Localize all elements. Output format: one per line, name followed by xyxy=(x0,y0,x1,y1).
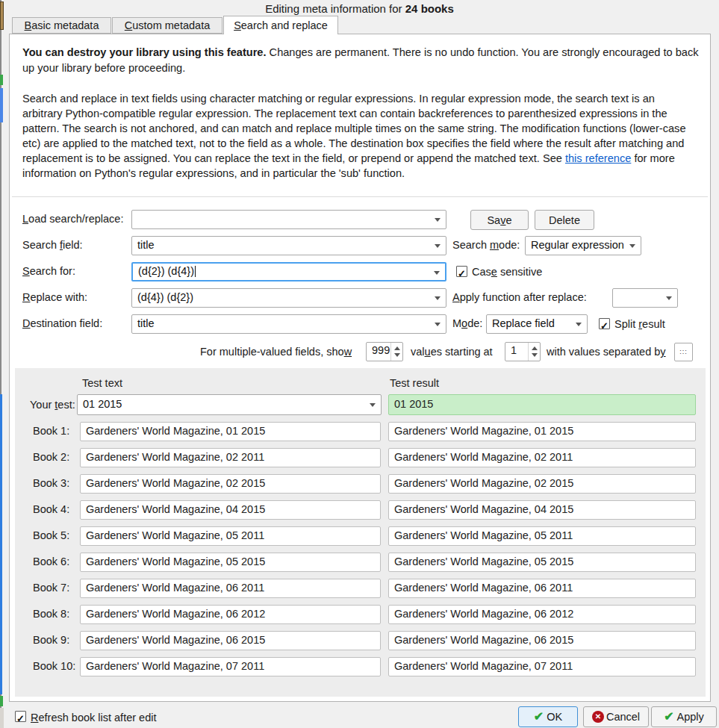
apply-function-combo[interactable] xyxy=(612,288,678,308)
your-test-result-field[interactable]: 01 2015 xyxy=(388,394,696,415)
delete-button[interactable]: Delete xyxy=(535,210,594,230)
form-separator-line xyxy=(12,196,708,197)
search-mode-label: Search mode: xyxy=(452,239,520,251)
cancel-button-label: Cancel xyxy=(606,711,640,723)
apply-button-label: Apply xyxy=(677,711,704,723)
mode-combo[interactable]: Replace field xyxy=(486,314,588,334)
spinner-arrows[interactable] xyxy=(528,343,540,361)
multi-separator-input[interactable]: ::: xyxy=(674,343,693,361)
chevron-down-icon xyxy=(435,296,441,300)
book-label: Book 2: xyxy=(33,451,69,463)
book-test-text-field[interactable]: Gardeners' World Magazine, 06 2012 xyxy=(80,605,381,624)
chevron-down-icon xyxy=(435,244,441,248)
multi-show-value: 999 xyxy=(372,344,390,356)
mode-value: Replace field xyxy=(492,317,555,329)
book-test-text-field[interactable]: Gardeners' World Magazine, 07 2011 xyxy=(80,657,381,676)
split-result-label: Split result xyxy=(614,318,665,330)
check-icon: ✔ xyxy=(664,711,673,723)
apply-button[interactable]: ✔Apply xyxy=(651,706,717,727)
replace-with-label: Replace with: xyxy=(22,291,87,303)
multi-separator-label: with values separated by xyxy=(547,346,666,358)
book-row: Book 10:Gardeners' World Magazine, 07 20… xyxy=(0,657,719,677)
edge-green-mark xyxy=(0,696,3,706)
search-field-combo[interactable]: title xyxy=(131,236,446,255)
case-sensitive-checkbox[interactable] xyxy=(456,266,467,277)
edge-gray-block xyxy=(0,708,4,728)
search-field-value: title xyxy=(137,239,155,251)
book-test-result-field[interactable]: Gardeners' World Magazine, 04 2015 xyxy=(388,500,696,520)
chevron-down-icon xyxy=(434,271,440,275)
split-result-checkbox[interactable] xyxy=(599,318,610,329)
book-test-text-field[interactable]: Gardeners' World Magazine, 01 2015 xyxy=(80,422,381,441)
book-test-result-field[interactable]: Gardeners' World Magazine, 02 2015 xyxy=(388,474,696,494)
book-test-text-field[interactable]: Gardeners' World Magazine, 04 2015 xyxy=(80,500,381,520)
spin-up-icon[interactable] xyxy=(394,346,400,350)
refresh-book-list-checkbox[interactable] xyxy=(15,711,26,722)
search-mode-value: Regular expression xyxy=(531,239,624,251)
book-label: Book 10: xyxy=(33,660,75,672)
cross-circle-icon: ✕ xyxy=(592,711,604,723)
book-test-text-field[interactable]: Gardeners' World Magazine, 06 2011 xyxy=(80,579,381,598)
book-row: Book 2:Gardeners' World Magazine, 02 201… xyxy=(0,448,719,468)
book-test-result-field[interactable]: Gardeners' World Magazine, 06 2015 xyxy=(388,631,696,650)
refresh-book-list-label: Refresh book list after edit xyxy=(31,712,156,724)
book-test-result-field[interactable]: Gardeners' World Magazine, 05 2011 xyxy=(388,526,696,546)
book-test-result-field[interactable]: Gardeners' World Magazine, 06 2011 xyxy=(388,579,696,598)
cancel-button[interactable]: ✕Cancel xyxy=(583,706,649,727)
chevron-down-icon xyxy=(666,296,672,300)
book-test-text-field[interactable]: Gardeners' World Magazine, 06 2015 xyxy=(80,631,381,650)
tab-custom-metadata[interactable]: Custom metadata xyxy=(112,17,222,34)
book-row: Book 9:Gardeners' World Magazine, 06 201… xyxy=(0,631,719,651)
spin-down-icon[interactable] xyxy=(532,353,538,357)
spinner-arrows[interactable] xyxy=(390,343,402,361)
book-test-result-field[interactable]: Gardeners' World Magazine, 05 2015 xyxy=(388,553,696,572)
search-for-label: Search for: xyxy=(22,265,75,277)
replace-with-value: (d{4}) (d{2}) xyxy=(137,291,193,303)
your-test-combo[interactable]: 01 2015 xyxy=(77,394,382,415)
chevron-down-icon xyxy=(576,323,582,326)
your-test-label: Your test: xyxy=(30,399,75,411)
multi-start-value: 1 xyxy=(511,344,517,356)
tab-basic-metadata[interactable]: Basic metadata xyxy=(12,17,111,34)
edge-green-mark xyxy=(0,75,3,85)
ok-button[interactable]: ✔OK xyxy=(518,706,578,727)
book-label: Book 1: xyxy=(33,425,69,437)
book-test-result-field[interactable]: Gardeners' World Magazine, 07 2011 xyxy=(388,657,696,676)
book-label: Book 3: xyxy=(33,477,69,489)
edge-blue-mark xyxy=(0,88,3,122)
case-sensitive-label: Case sensitive xyxy=(472,266,542,278)
chevron-down-icon xyxy=(370,403,376,407)
test-result-column-header: Test result xyxy=(390,377,439,389)
book-row: Book 4:Gardeners' World Magazine, 04 201… xyxy=(0,500,719,520)
tab-search-and-replace[interactable]: Search and replace xyxy=(223,16,338,34)
book-row: Book 3:Gardeners' World Magazine, 02 201… xyxy=(0,474,719,494)
dialog-title: Editing meta information for 24 books xyxy=(0,0,719,16)
search-mode-combo[interactable]: Regular expression xyxy=(525,236,641,255)
ok-button-label: OK xyxy=(547,711,562,723)
dialog-title-book-count: 24 books xyxy=(405,2,454,15)
python-regex-reference-link[interactable]: this reference xyxy=(565,152,631,164)
book-test-text-field[interactable]: Gardeners' World Magazine, 05 2011 xyxy=(80,526,381,546)
replace-with-combo[interactable]: (d{4}) (d{2}) xyxy=(131,288,446,308)
spin-up-icon[interactable] xyxy=(532,346,538,350)
check-icon: ✔ xyxy=(534,711,544,723)
multi-start-spinner[interactable]: 1 xyxy=(505,342,541,361)
load-search-replace-combo[interactable] xyxy=(131,210,446,229)
book-test-result-field[interactable]: Gardeners' World Magazine, 01 2015 xyxy=(388,422,696,441)
book-test-result-field[interactable]: Gardeners' World Magazine, 06 2012 xyxy=(388,605,696,624)
spin-down-icon[interactable] xyxy=(394,353,400,357)
book-test-text-field[interactable]: Gardeners' World Magazine, 05 2015 xyxy=(80,553,381,572)
load-search-replace-label: Load search/replace: xyxy=(22,213,123,225)
book-test-result-field[interactable]: Gardeners' World Magazine, 02 2011 xyxy=(388,448,696,467)
your-test-value: 01 2015 xyxy=(83,398,122,410)
destination-field-combo[interactable]: title xyxy=(131,314,446,334)
book-test-text-field[interactable]: Gardeners' World Magazine, 02 2011 xyxy=(80,448,381,467)
book-test-text-field[interactable]: Gardeners' World Magazine, 02 2015 xyxy=(80,474,381,494)
dialog-title-text: Editing meta information for xyxy=(265,2,405,15)
book-row: Book 7:Gardeners' World Magazine, 06 201… xyxy=(0,579,719,599)
apply-function-label: Apply function after replace: xyxy=(452,291,587,303)
search-for-combo[interactable]: (d{2}) (d{4}) xyxy=(131,262,446,281)
multi-show-spinner[interactable]: 999 xyxy=(366,342,403,361)
book-label: Book 5: xyxy=(33,529,69,541)
save-button[interactable]: Save xyxy=(470,210,529,230)
